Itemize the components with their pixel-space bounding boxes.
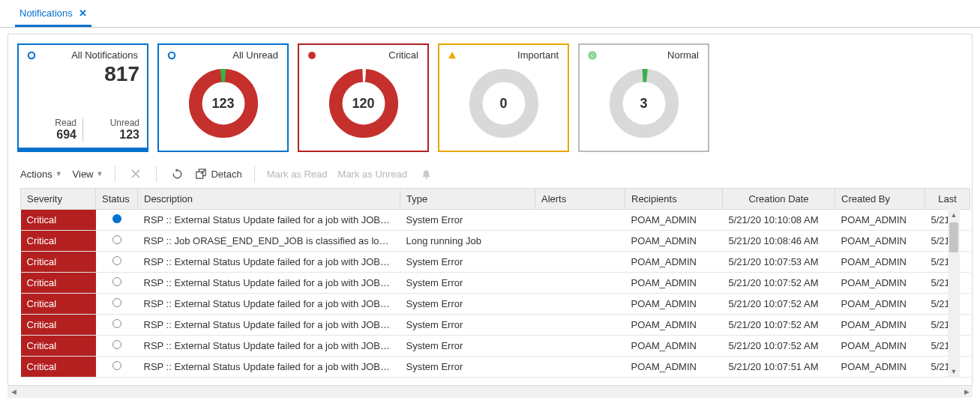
svg-point-11	[592, 54, 593, 55]
table-row[interactable]: CriticalRSP :: External Status Update fa…	[21, 357, 970, 378]
cell-severity: Critical	[21, 294, 96, 315]
card-all-label: All Notifications	[37, 49, 139, 61]
view-menu[interactable]: View ▼	[73, 169, 103, 180]
chevron-down-icon: ▼	[97, 170, 103, 178]
cell-type: System Error	[400, 252, 535, 273]
cell-severity: Critical	[21, 273, 96, 294]
svg-marker-14	[175, 169, 177, 172]
tab-bar: Notifications ✕	[0, 0, 980, 28]
actions-menu[interactable]: Actions ▼	[20, 169, 62, 180]
panel: All Notifications 817 Read 694 Unread 12…	[7, 34, 973, 386]
cell-severity: Critical	[21, 357, 96, 378]
summary-cards: All Notifications 817 Read 694 Unread 12…	[13, 34, 967, 155]
col-creation[interactable]: Creation Date	[723, 189, 835, 210]
mark-read-button[interactable]: Mark as Read	[267, 169, 328, 180]
cell-type: System Error	[400, 315, 535, 336]
cell-creation: 5/21/20 10:07:53 AM	[723, 252, 835, 273]
scroll-thumb[interactable]	[949, 222, 958, 252]
table-row[interactable]: CriticalRSP :: External Status Update fa…	[21, 315, 970, 336]
cell-creation: 5/21/20 10:10:08 AM	[723, 210, 835, 231]
donut-unread-value: 123	[187, 67, 260, 140]
table-row[interactable]: CriticalRSP :: External Status Update fa…	[21, 273, 970, 294]
scroll-left-icon[interactable]: ◀	[7, 388, 19, 396]
cell-recipients: POAM_ADMIN	[625, 336, 723, 357]
card-all-read: 694	[26, 128, 76, 142]
cell-type: System Error	[400, 273, 535, 294]
cell-created-by: POAM_ADMIN	[835, 252, 925, 273]
scroll-down-icon[interactable]: ▼	[948, 366, 960, 378]
donut-important-value: 0	[467, 67, 541, 140]
col-alerts[interactable]: Alerts	[535, 189, 625, 210]
col-last[interactable]: Last	[925, 189, 970, 210]
horizontal-scrollbar[interactable]: ◀ ▶	[7, 386, 973, 398]
card-normal[interactable]: Normal 3	[578, 43, 709, 152]
cell-creation: 5/21/20 10:07:52 AM	[723, 294, 835, 315]
separator	[254, 166, 255, 182]
cell-recipients: POAM_ADMIN	[625, 357, 723, 378]
cell-status	[96, 336, 138, 357]
detach-button[interactable]: Detach	[196, 169, 241, 180]
cell-recipients: POAM_ADMIN	[625, 231, 723, 252]
status-unread-icon	[112, 319, 121, 328]
col-description[interactable]: Description	[138, 189, 400, 210]
col-type[interactable]: Type	[400, 189, 535, 210]
col-status[interactable]: Status	[96, 189, 138, 210]
cell-created-by: POAM_ADMIN	[835, 315, 925, 336]
bell-icon[interactable]	[418, 166, 434, 182]
ring-icon	[166, 50, 177, 61]
donut-normal-value: 3	[607, 67, 681, 140]
cell-creation: 5/21/20 10:07:52 AM	[723, 315, 835, 336]
view-label: View	[73, 169, 94, 180]
triangle-icon	[447, 50, 457, 61]
separator	[156, 166, 157, 182]
table-row[interactable]: CriticalRSP :: Job ORASE_END_END_JOB is …	[21, 231, 970, 252]
delete-button[interactable]	[127, 166, 144, 182]
cell-creation: 5/21/20 10:08:46 AM	[723, 231, 835, 252]
cell-severity: Critical	[21, 210, 96, 231]
donut-important: 0	[467, 67, 541, 140]
cell-recipients: POAM_ADMIN	[625, 315, 723, 336]
col-created-by[interactable]: Created By	[835, 189, 925, 210]
card-critical[interactable]: Critical 120	[298, 43, 429, 152]
cell-alerts	[535, 315, 625, 336]
mark-unread-button[interactable]: Mark as Unread	[338, 169, 407, 180]
close-icon[interactable]: ✕	[79, 7, 87, 19]
cell-alerts	[535, 231, 625, 252]
table-row[interactable]: CriticalRSP :: External Status Update fa…	[21, 294, 970, 315]
vertical-scrollbar[interactable]: ▲ ▼	[948, 209, 960, 378]
svg-point-16	[425, 177, 427, 178]
card-normal-label: Normal	[598, 49, 700, 61]
card-all-unread-label: Unread	[89, 118, 139, 128]
svg-point-4	[308, 52, 316, 59]
refresh-button[interactable]	[169, 166, 185, 182]
cell-status	[96, 210, 138, 231]
table-row[interactable]: CriticalRSP :: External Status Update fa…	[21, 210, 970, 231]
cell-alerts	[535, 210, 625, 231]
table-row[interactable]: CriticalRSP :: External Status Update fa…	[21, 252, 970, 273]
scroll-up-icon[interactable]: ▲	[948, 209, 960, 221]
cell-description: RSP :: External Status Update failed for…	[138, 294, 400, 315]
status-unread-icon	[112, 298, 121, 307]
card-important[interactable]: Important 0	[438, 43, 569, 152]
card-all-unread: 123	[89, 128, 139, 142]
donut-normal: 3	[607, 67, 681, 140]
card-all-unread[interactable]: All Unread 123	[157, 43, 289, 152]
card-important-label: Important	[457, 49, 560, 61]
cell-created-by: POAM_ADMIN	[835, 231, 925, 252]
card-critical-label: Critical	[317, 49, 420, 61]
tab-notifications[interactable]: Notifications ✕	[15, 0, 91, 27]
cell-recipients: POAM_ADMIN	[625, 210, 723, 231]
cell-severity: Critical	[21, 252, 96, 273]
cell-type: System Error	[400, 336, 535, 357]
donut-critical-value: 120	[327, 67, 400, 140]
col-severity[interactable]: Severity	[21, 189, 96, 210]
svg-marker-7	[448, 52, 456, 58]
table-row[interactable]: CriticalRSP :: External Status Update fa…	[21, 336, 970, 357]
scroll-right-icon[interactable]: ▶	[961, 388, 973, 396]
detach-label: Detach	[211, 169, 241, 180]
cell-status	[96, 252, 138, 273]
tab-label: Notifications	[19, 7, 73, 19]
card-all-notifications[interactable]: All Notifications 817 Read 694 Unread 12…	[17, 43, 148, 152]
card-unread-label: All Unread	[177, 49, 280, 61]
col-recipients[interactable]: Recipients	[625, 189, 723, 210]
